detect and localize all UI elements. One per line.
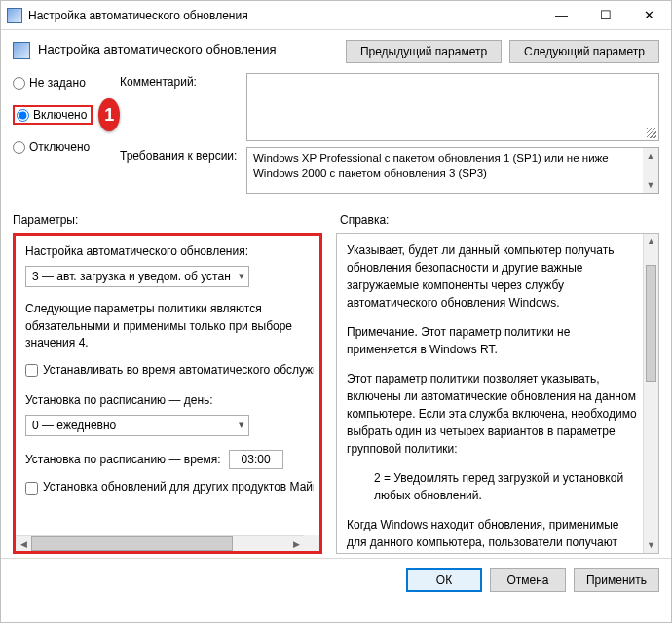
radio-enabled[interactable]: Включено	[13, 105, 93, 125]
help-p5: Когда Windows находит обновления, примен…	[347, 516, 639, 554]
day-dropdown[interactable]: 0 — ежедневно	[25, 415, 249, 436]
parameters-content: Настройка автоматического обновления: 3 …	[16, 236, 319, 504]
requirements-label: Требования к версии:	[120, 147, 246, 194]
parameters-label: Параметры:	[13, 213, 324, 227]
parameters-panel: Настройка автоматического обновления: 3 …	[13, 233, 322, 554]
state-radio-group: Не задано Включено 1 Отключено	[13, 73, 120, 194]
radio-disabled-input[interactable]	[13, 141, 25, 154]
comment-label: Комментарий:	[120, 73, 246, 141]
day-label: Установка по расписанию — день:	[25, 392, 314, 409]
scroll-down-icon[interactable]: ▼	[643, 177, 658, 193]
params-note: Следующие параметры политики являются об…	[25, 301, 314, 351]
chk-other-products-label: Установка обновлений для других продукто…	[43, 479, 314, 495]
callout-1: 1	[98, 98, 120, 131]
window-controls: — ☐ ✕	[540, 1, 671, 29]
apply-button[interactable]: Применить	[574, 568, 659, 592]
params-heading: Настройка автоматического обновления:	[25, 243, 314, 260]
help-scroll-up-icon[interactable]: ▲	[644, 234, 658, 249]
window-icon	[7, 8, 22, 23]
main-config-grid: Не задано Включено 1 Отключено Комментар…	[1, 73, 671, 200]
radio-enabled-input[interactable]	[17, 109, 29, 122]
update-mode-dropdown[interactable]: 3 — авт. загрузка и уведом. об устан	[25, 266, 249, 287]
requirements-box: Windows XP Professional с пакетом обновл…	[246, 147, 659, 194]
previous-setting-button[interactable]: Предыдущий параметр	[346, 40, 502, 63]
time-label: Установка по расписанию — время:	[25, 452, 221, 468]
titlebar: Настройка автоматического обновления — ☐…	[1, 1, 671, 30]
scroll-corner	[304, 535, 319, 551]
radio-not-configured-label: Не задано	[29, 76, 86, 90]
help-scroll-thumb[interactable]	[646, 265, 656, 382]
hscroll-track[interactable]	[233, 536, 288, 551]
params-hscrollbar[interactable]: ◀ ▶	[16, 535, 304, 551]
radio-disabled[interactable]: Отключено	[13, 137, 120, 157]
time-row: Установка по расписанию — время: 03:00	[25, 450, 314, 469]
help-p4: 2 = Уведомлять перед загрузкой и установ…	[347, 469, 639, 504]
help-panel: Указывает, будет ли данный компьютер пол…	[336, 233, 659, 554]
ok-button[interactable]: ОК	[406, 568, 482, 592]
chk-maintenance[interactable]: Устанавливать во время автоматического о…	[25, 362, 314, 379]
close-button[interactable]: ✕	[627, 1, 671, 29]
policy-icon	[13, 42, 30, 59]
radio-enabled-label: Включено	[33, 108, 87, 122]
column-labels: Параметры: Справка:	[1, 200, 671, 233]
help-scroll-down-icon[interactable]: ▼	[644, 537, 658, 553]
help-p1: Указывает, будет ли данный компьютер пол…	[347, 241, 639, 312]
chk-maintenance-label: Устанавливать во время автоматического о…	[43, 362, 314, 379]
radio-disabled-label: Отключено	[29, 140, 90, 154]
chk-maintenance-input[interactable]	[25, 364, 38, 377]
lower-panels: Настройка автоматического обновления: 3 …	[1, 233, 671, 554]
footer: ОК Отмена Применить	[1, 558, 671, 601]
next-setting-button[interactable]: Следующий параметр	[509, 40, 659, 63]
scroll-track[interactable]	[643, 164, 658, 177]
help-scroll-track[interactable]	[644, 397, 658, 537]
header-row: Настройка автоматического обновления Пре…	[1, 30, 671, 73]
hscroll-right-icon[interactable]: ▶	[288, 536, 304, 551]
help-p3: Этот параметр политики позволяет указыва…	[347, 370, 639, 458]
radio-not-configured[interactable]: Не задано	[13, 73, 120, 92]
help-content: Указывает, будет ли данный компьютер пол…	[337, 234, 658, 554]
help-p2: Примечание. Этот параметр политики не пр…	[347, 323, 639, 358]
minimize-button[interactable]: —	[540, 1, 583, 29]
policy-title: Настройка автоматического обновления	[38, 40, 338, 56]
time-input[interactable]: 03:00	[229, 450, 283, 469]
comment-textarea[interactable]	[246, 73, 659, 141]
maximize-button[interactable]: ☐	[583, 1, 627, 29]
chk-other-products-input[interactable]	[25, 482, 38, 495]
radio-not-configured-input[interactable]	[13, 77, 25, 90]
window-title: Настройка автоматического обновления	[28, 9, 540, 22]
help-vscrollbar[interactable]: ▲ ▼	[643, 234, 658, 553]
requirements-text: Windows XP Professional с пакетом обновл…	[253, 152, 609, 179]
day-value: 0 — ежедневно	[32, 418, 116, 434]
chk-other-products[interactable]: Установка обновлений для других продукто…	[25, 479, 314, 495]
cancel-button[interactable]: Отмена	[490, 568, 566, 592]
time-value: 03:00	[242, 452, 271, 468]
hscroll-thumb[interactable]	[31, 536, 233, 551]
update-mode-value: 3 — авт. загрузка и уведом. об устан	[32, 269, 231, 285]
scroll-up-icon[interactable]: ▲	[643, 148, 658, 164]
help-label: Справка:	[324, 213, 659, 227]
requirements-scrollbar[interactable]: ▲ ▼	[643, 148, 658, 193]
hscroll-left-icon[interactable]: ◀	[16, 536, 31, 551]
